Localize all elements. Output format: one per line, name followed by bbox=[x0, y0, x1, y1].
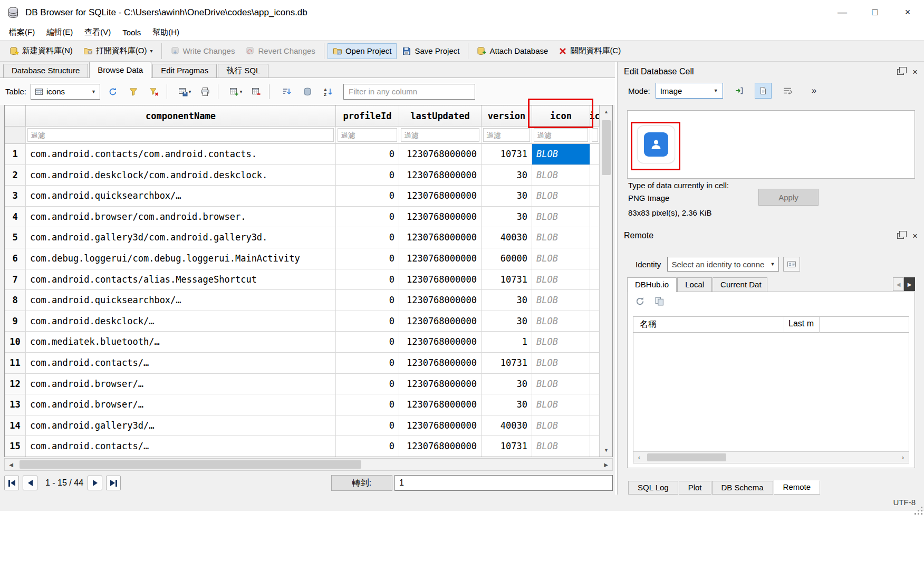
last-updated-cell[interactable]: 1230768000000 bbox=[399, 144, 482, 165]
clipped-cell[interactable] bbox=[590, 165, 600, 186]
last-updated-cell[interactable]: 1230768000000 bbox=[399, 248, 482, 269]
filter-version-input[interactable] bbox=[483, 128, 530, 142]
last-updated-cell[interactable]: 1230768000000 bbox=[399, 227, 482, 248]
icon-blob-cell[interactable]: BLOB bbox=[532, 207, 590, 228]
maximize-button[interactable]: □ bbox=[859, 0, 891, 25]
previous-record-button[interactable] bbox=[23, 476, 37, 490]
next-record-button[interactable] bbox=[88, 476, 102, 490]
component-name-cell[interactable]: com.android.contacts/… bbox=[26, 353, 336, 374]
clipped-cell[interactable] bbox=[590, 394, 600, 415]
row-number-cell[interactable]: 9 bbox=[5, 311, 26, 332]
float-panel-icon[interactable] bbox=[897, 69, 904, 75]
resize-grip-icon[interactable] bbox=[921, 507, 922, 508]
row-number-cell[interactable]: 1 bbox=[5, 144, 26, 165]
version-cell[interactable]: 30 bbox=[482, 207, 532, 228]
tab-current-database[interactable]: Current Dat bbox=[713, 277, 767, 292]
filter-button[interactable] bbox=[126, 84, 141, 100]
icon-blob-cell[interactable]: BLOB bbox=[532, 311, 590, 332]
print-button[interactable] bbox=[197, 84, 213, 100]
clipped-cell[interactable] bbox=[590, 332, 600, 353]
icon-blob-cell[interactable]: BLOB bbox=[532, 353, 590, 374]
version-cell[interactable]: 30 bbox=[482, 165, 532, 186]
table-encoding-button[interactable] bbox=[300, 84, 315, 100]
last-updated-cell[interactable]: 1230768000000 bbox=[399, 436, 482, 457]
icon-blob-cell[interactable]: BLOB bbox=[532, 332, 590, 353]
clone-database-icon[interactable] bbox=[654, 296, 665, 306]
profile-id-cell[interactable]: 0 bbox=[336, 165, 399, 186]
vertical-scrollbar-thumb[interactable] bbox=[602, 120, 611, 175]
tab-scroll-left-icon[interactable]: ◀ bbox=[893, 277, 904, 291]
close-database-button[interactable]: 關閉資料庫(C) bbox=[553, 43, 626, 59]
component-name-cell[interactable]: com.android.contacts/… bbox=[26, 436, 336, 457]
icon-blob-cell[interactable]: BLOB bbox=[532, 186, 590, 207]
clipped-cell[interactable] bbox=[590, 374, 600, 395]
component-name-cell[interactable]: com.android.browser/… bbox=[26, 374, 336, 395]
refresh-button[interactable] bbox=[105, 84, 121, 100]
icon-blob-cell[interactable]: BLOB bbox=[532, 144, 590, 165]
component-name-cell[interactable]: com.debug.loggerui/com.debug.loggerui.Ma… bbox=[26, 248, 336, 269]
tab-database-structure[interactable]: Database Structure bbox=[3, 64, 88, 78]
last-updated-cell[interactable]: 1230768000000 bbox=[399, 269, 482, 291]
tab-dbhub[interactable]: DBHub.io bbox=[627, 277, 677, 292]
last-record-button[interactable] bbox=[106, 476, 121, 490]
scroll-up-icon[interactable]: ▲ bbox=[600, 105, 612, 118]
version-cell[interactable]: 10731 bbox=[482, 144, 532, 165]
row-number-cell[interactable]: 8 bbox=[5, 290, 26, 311]
column-header-componentName[interactable]: componentName bbox=[26, 105, 336, 127]
tab-edit-pragmas[interactable]: Edit Pragmas bbox=[152, 64, 217, 78]
row-number-cell[interactable]: 5 bbox=[5, 227, 26, 248]
new-record-dropdown-icon[interactable]: ▾ bbox=[240, 89, 243, 94]
menu-file[interactable]: 檔案(F) bbox=[3, 26, 41, 39]
clipped-cell[interactable] bbox=[590, 415, 600, 437]
component-name-cell[interactable]: com.android.quicksearchbox/… bbox=[26, 186, 336, 207]
revert-changes-button[interactable]: Revert Changes bbox=[240, 43, 320, 59]
row-number-cell[interactable]: 11 bbox=[5, 353, 26, 374]
sort-az-button[interactable]: AZ bbox=[320, 84, 336, 100]
close-button[interactable]: × bbox=[891, 0, 924, 25]
clipped-cell[interactable] bbox=[590, 269, 600, 291]
icon-blob-cell[interactable]: BLOB bbox=[532, 374, 590, 395]
identity-selector[interactable]: Select an identity to conne ▼ bbox=[667, 257, 779, 272]
delete-record-button[interactable] bbox=[248, 84, 264, 100]
clipped-cell[interactable] bbox=[590, 353, 600, 374]
horizontal-scrollbar-thumb[interactable] bbox=[20, 460, 361, 469]
last-updated-cell[interactable]: 1230768000000 bbox=[399, 165, 482, 186]
version-cell[interactable]: 30 bbox=[482, 311, 532, 332]
icon-blob-cell[interactable]: BLOB bbox=[532, 436, 590, 457]
filter-profileId-input[interactable] bbox=[338, 128, 397, 142]
scroll-right-icon[interactable]: › bbox=[897, 452, 909, 463]
version-cell[interactable]: 30 bbox=[482, 394, 532, 415]
component-name-cell[interactable]: com.android.deskclock/… bbox=[26, 311, 336, 332]
version-cell[interactable]: 30 bbox=[482, 290, 532, 311]
menu-view[interactable]: 查看(V) bbox=[79, 26, 117, 39]
last-updated-cell[interactable]: 1230768000000 bbox=[399, 353, 482, 374]
filter-icon-input[interactable] bbox=[534, 128, 588, 142]
horizontal-scrollbar[interactable]: ◀ ▶ bbox=[4, 458, 613, 471]
scroll-left-icon[interactable]: ‹ bbox=[633, 452, 645, 463]
version-cell[interactable]: 10731 bbox=[482, 269, 532, 291]
profile-id-cell[interactable]: 0 bbox=[336, 186, 399, 207]
profile-id-cell[interactable]: 0 bbox=[336, 290, 399, 311]
profile-id-cell[interactable]: 0 bbox=[336, 248, 399, 269]
row-number-cell[interactable]: 7 bbox=[5, 269, 26, 291]
sort-column-button[interactable] bbox=[279, 84, 295, 100]
scroll-right-icon[interactable]: ▶ bbox=[600, 459, 612, 470]
apply-button[interactable]: Apply bbox=[758, 189, 819, 206]
new-database-button[interactable]: 新建資料庫(N) bbox=[4, 43, 78, 59]
version-cell[interactable]: 30 bbox=[482, 374, 532, 395]
goto-record-input[interactable] bbox=[394, 475, 613, 491]
menu-help[interactable]: 幫助(H) bbox=[147, 26, 185, 39]
clipped-cell[interactable] bbox=[590, 227, 600, 248]
remote-horizontal-scrollbar[interactable]: ‹ › bbox=[633, 451, 909, 463]
clipped-cell[interactable] bbox=[590, 186, 600, 207]
row-number-cell[interactable]: 6 bbox=[5, 248, 26, 269]
clipped-cell[interactable] bbox=[590, 207, 600, 228]
table-selector[interactable]: icons ▼ bbox=[31, 84, 100, 100]
component-name-cell[interactable]: com.android.browser/com.android.browser. bbox=[26, 207, 336, 228]
float-panel-icon[interactable] bbox=[897, 233, 904, 239]
remote-scrollbar-thumb[interactable] bbox=[647, 453, 726, 461]
last-updated-cell[interactable]: 1230768000000 bbox=[399, 394, 482, 415]
scroll-left-icon[interactable]: ◀ bbox=[5, 459, 17, 470]
goto-button[interactable]: 轉到: bbox=[331, 475, 392, 491]
version-cell[interactable]: 10731 bbox=[482, 353, 532, 374]
